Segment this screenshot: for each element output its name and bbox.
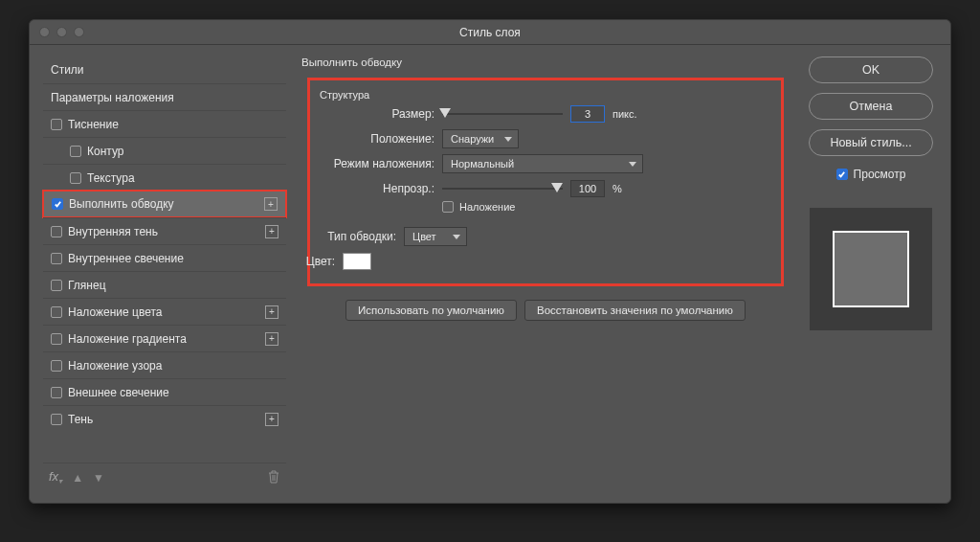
effect-label: Внутренняя тень [68, 225, 158, 238]
effect-checkbox[interactable] [52, 198, 63, 210]
opacity-unit: % [612, 183, 622, 194]
sidebar-styles[interactable]: Стили [43, 56, 286, 83]
sidebar-item-4[interactable]: Внутренняя тень+ [43, 217, 286, 244]
move-up-icon[interactable]: ▲ [72, 471, 83, 485]
effect-checkbox[interactable] [70, 172, 81, 184]
ok-button[interactable]: OK [809, 56, 933, 83]
trash-icon[interactable] [267, 469, 280, 486]
opacity-input[interactable] [570, 180, 605, 197]
effect-checkbox[interactable] [51, 253, 62, 264]
sidebar-item-8[interactable]: Наложение градиента+ [43, 325, 286, 351]
reset-default-button[interactable]: Восстановить значения по умолчанию [524, 300, 746, 321]
size-input[interactable] [570, 105, 605, 123]
size-unit: пикс. [612, 108, 637, 120]
effect-checkbox[interactable] [51, 414, 62, 425]
add-effect-icon[interactable]: + [264, 197, 278, 211]
add-effect-icon[interactable]: + [265, 332, 278, 346]
effect-checkbox[interactable] [70, 146, 81, 157]
zoom-window-icon[interactable] [74, 27, 84, 37]
size-label: Размер: [320, 107, 434, 121]
sidebar-item-0[interactable]: Тиснение [43, 110, 286, 137]
effect-label: Контур [87, 145, 123, 158]
sidebar-blending-options[interactable]: Параметры наложения [43, 83, 286, 110]
effect-label: Наложение цвета [68, 305, 162, 319]
window-controls [39, 27, 84, 37]
effect-label: Глянец [68, 279, 106, 292]
overprint-label: Наложение [459, 201, 515, 213]
sidebar-item-6[interactable]: Глянец [43, 271, 286, 298]
sidebar-item-2[interactable]: Текстура [43, 164, 286, 191]
blend-mode-label: Режим наложения: [320, 157, 434, 170]
dialog-buttons-column: OK Отмена Новый стиль... Просмотр [805, 56, 937, 491]
minimize-window-icon[interactable] [56, 27, 67, 37]
sidebar-footer: fx▾ ▲ ▼ [43, 463, 286, 491]
effect-checkbox[interactable] [51, 333, 62, 345]
effect-label: Внешнее свечение [68, 386, 169, 399]
sidebar-item-5[interactable]: Внутреннее свечение [43, 244, 286, 271]
sidebar-item-11[interactable]: Тень+ [43, 405, 286, 432]
add-effect-icon[interactable]: + [265, 413, 278, 426]
sidebar-item-10[interactable]: Внешнее свечение [43, 378, 286, 405]
effect-label: Внутреннее свечение [68, 252, 184, 265]
close-window-icon[interactable] [39, 27, 50, 37]
effect-label: Выполнить обводку [69, 197, 174, 211]
move-down-icon[interactable]: ▼ [93, 471, 104, 485]
effect-checkbox[interactable] [51, 360, 62, 372]
panel-heading: Выполнить обводку [301, 56, 793, 68]
add-effect-icon[interactable]: + [265, 225, 278, 238]
group-legend: Структура [320, 89, 369, 101]
add-effect-icon[interactable]: + [265, 305, 278, 319]
opacity-slider[interactable] [442, 182, 563, 195]
effect-checkbox[interactable] [51, 387, 62, 398]
sidebar-item-3[interactable]: Выполнить обводку+ [42, 190, 287, 218]
size-slider[interactable] [442, 107, 563, 121]
effect-checkbox[interactable] [51, 306, 62, 318]
window-title: Стиль слоя [459, 26, 521, 39]
opacity-label: Непрозр.: [320, 182, 434, 195]
sidebar-item-9[interactable]: Наложение узора [43, 351, 286, 378]
effect-label: Наложение градиента [68, 332, 187, 346]
label: Стили [51, 63, 84, 77]
stroke-type-label: Тип обводки: [291, 230, 396, 243]
effect-checkbox[interactable] [51, 280, 62, 291]
stroke-settings-panel: Выполнить обводку Структура Размер: пикс… [298, 56, 793, 491]
effect-label: Тиснение [68, 118, 119, 131]
overprint-checkbox[interactable] [442, 201, 454, 213]
preview-swatch [833, 231, 909, 307]
position-label: Положение: [320, 132, 434, 146]
position-dropdown[interactable]: Снаружи [442, 129, 519, 148]
effect-checkbox[interactable] [51, 226, 62, 237]
color-label: Цвет: [291, 255, 335, 268]
fx-icon[interactable]: fx▾ [49, 469, 62, 486]
blend-mode-dropdown[interactable]: Нормальный [442, 154, 643, 173]
cancel-button[interactable]: Отмена [809, 93, 933, 120]
effect-label: Наложение узора [68, 359, 162, 373]
preview-checkbox[interactable] [836, 169, 848, 180]
effects-sidebar: Стили Параметры наложения ТиснениеКонтур… [43, 56, 286, 491]
effect-label: Текстура [87, 171, 135, 185]
preview-label: Просмотр [854, 168, 906, 181]
style-preview [810, 208, 932, 330]
highlighted-structure-group: Структура Размер: пикс. Положение: Снару… [307, 78, 784, 286]
titlebar: Стиль слоя [30, 20, 950, 45]
label: Параметры наложения [51, 91, 174, 104]
make-default-button[interactable]: Использовать по умолчанию [345, 300, 517, 321]
dialog-content: Стили Параметры наложения ТиснениеКонтур… [30, 45, 950, 503]
layer-style-dialog: Стиль слоя Стили Параметры наложения Тис… [29, 19, 951, 504]
sidebar-item-1[interactable]: Контур [43, 137, 286, 164]
sidebar-item-7[interactable]: Наложение цвета+ [43, 298, 286, 325]
effect-label: Тень [68, 413, 93, 426]
color-swatch[interactable] [343, 253, 371, 270]
stroke-type-dropdown[interactable]: Цвет [404, 227, 467, 246]
new-style-button[interactable]: Новый стиль... [809, 129, 933, 156]
effect-checkbox[interactable] [51, 119, 62, 130]
